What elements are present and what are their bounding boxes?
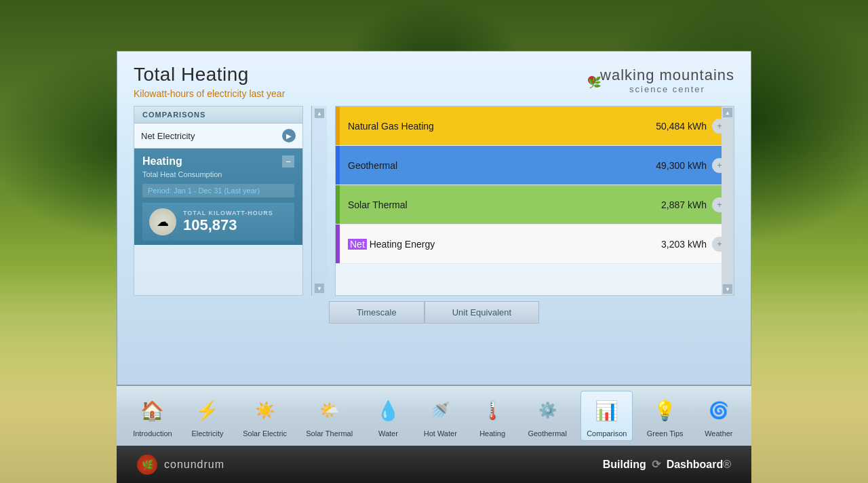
- comparisons-header: COMPARISONS: [134, 107, 302, 123]
- natural-gas-label: Natural Gas Heating: [340, 121, 644, 132]
- right-scroll[interactable]: ▲ ▼: [722, 107, 734, 295]
- nav-solar-thermal-label: Solar Thermal: [306, 429, 353, 438]
- nav-electricity-label: Electricity: [191, 429, 223, 438]
- heating-item[interactable]: Heating − Total Heat Consumption Period:…: [134, 149, 302, 245]
- nav-hot-water[interactable]: 🚿 Hot Water: [418, 391, 462, 440]
- water-icon: 💧: [372, 394, 404, 427]
- heating-period: Period: Jan 1 - Dec 31 (Last year): [142, 184, 294, 197]
- heating-collapse-button[interactable]: −: [282, 155, 294, 168]
- page-title: Total Heating: [134, 64, 285, 85]
- footer: 🌿 conundrum Building ⟳ Dashboard®: [117, 446, 751, 483]
- heating-item-subtitle: Total Heat Consumption: [142, 170, 294, 178]
- geothermal-value: 49,300 kWh: [644, 160, 712, 171]
- right-scroll-down[interactable]: ▼: [723, 284, 732, 294]
- nav-weather-label: Weather: [705, 429, 732, 438]
- net-electricity-row[interactable]: Net Electricity ▶: [134, 123, 302, 149]
- data-panel: Natural Gas Heating 50,484 kWh + Geother…: [335, 106, 734, 296]
- nav-bar: 🏠 Introduction ⚡ Electricity ☀️ Solar El…: [117, 385, 751, 446]
- natural-gas-value: 50,484 kWh: [644, 121, 712, 132]
- solar-electric-icon: ☀️: [249, 394, 281, 427]
- nav-heating[interactable]: 🌡️ Heating: [471, 391, 514, 440]
- geothermal-label: Geothermal: [340, 160, 644, 171]
- logo-text-sub: science center: [600, 84, 734, 94]
- comparisons-label: COMPARISONS: [142, 111, 205, 119]
- comparisons-panel: COMPARISONS Net Electricity ▶ Heating − …: [134, 106, 303, 296]
- solar-thermal-icon: 🌤️: [313, 394, 346, 427]
- heating-icon: 🌡️: [476, 394, 509, 427]
- kwh-label: TOTAL KILOWATT-HOURS: [183, 210, 273, 216]
- nav-geothermal[interactable]: ⚙️ Geothermal: [522, 391, 572, 440]
- footer-logo-icon: 🌿: [137, 455, 157, 475]
- kwh-icon: ☁: [149, 208, 176, 235]
- heating-item-title: Heating: [142, 155, 182, 168]
- natural-gas-row: Natural Gas Heating 50,484 kWh +: [336, 107, 734, 146]
- net-value: 3,203 kWh: [644, 239, 712, 250]
- solar-label: Solar Thermal: [340, 199, 644, 210]
- nav-weather[interactable]: 🌀 Weather: [697, 391, 741, 440]
- footer-dashboard-label: Dashboard: [667, 459, 724, 470]
- nav-hot-water-label: Hot Water: [424, 429, 457, 438]
- hot-water-icon: 🚿: [424, 394, 456, 427]
- electricity-icon: ⚡: [191, 394, 224, 427]
- nav-geothermal-label: Geothermal: [528, 429, 566, 438]
- nav-comparison-label: Comparison: [587, 429, 627, 438]
- nav-heating-label: Heating: [479, 429, 505, 438]
- bottom-tabs: Timescale Unit Equivalent: [117, 301, 751, 324]
- footer-brand-block: 🌿 conundrum: [137, 455, 224, 475]
- scroll-up-arrow[interactable]: ▲: [315, 109, 324, 118]
- nav-solar-thermal[interactable]: 🌤️ Solar Thermal: [300, 391, 358, 440]
- nav-electricity[interactable]: ⚡ Electricity: [186, 391, 229, 440]
- introduction-icon: 🏠: [136, 394, 169, 427]
- logo: 🌿 walking mountains science center: [588, 66, 734, 94]
- scroll-down-arrow[interactable]: ▼: [315, 284, 324, 293]
- footer-dashboard: Building ⟳ Dashboard®: [603, 458, 731, 471]
- solar-value: 2,887 kWh: [644, 199, 712, 210]
- nav-introduction-label: Introduction: [133, 429, 172, 438]
- net-row: Net Heating Energy 3,203 kWh +: [336, 225, 734, 264]
- geothermal-icon: ⚙️: [531, 394, 564, 427]
- nav-water-label: Water: [378, 429, 398, 438]
- kwh-value: 105,873: [183, 216, 273, 234]
- left-scroll[interactable]: ▲ ▼: [311, 106, 327, 296]
- solar-row: Solar Thermal 2,887 kWh +: [336, 185, 734, 225]
- footer-brand-name: conundrum: [164, 459, 224, 471]
- nav-solar-electric-label: Solar Electric: [243, 429, 287, 438]
- geothermal-row: Geothermal 49,300 kWh +: [336, 146, 734, 185]
- page-subtitle: Kilowatt-hours of electricity last year: [134, 88, 285, 99]
- unit-equivalent-tab[interactable]: Unit Equivalent: [425, 301, 539, 324]
- net-electricity-label: Net Electricity: [141, 131, 195, 141]
- nav-introduction[interactable]: 🏠 Introduction: [127, 391, 177, 440]
- net-electricity-arrow[interactable]: ▶: [282, 129, 296, 142]
- timescale-tab[interactable]: Timescale: [329, 301, 425, 324]
- nav-green-tips[interactable]: 💡 Green Tips: [642, 391, 689, 440]
- comparison-icon: 📊: [591, 394, 623, 427]
- nav-comparison[interactable]: 📊 Comparison: [580, 391, 633, 441]
- nav-solar-electric[interactable]: ☀️ Solar Electric: [237, 391, 292, 440]
- weather-icon: 🌀: [703, 394, 735, 427]
- logo-text-main: walking mountains: [600, 66, 734, 84]
- net-label: Net Heating Energy: [340, 239, 644, 250]
- nav-green-tips-label: Green Tips: [647, 429, 684, 438]
- logo-icon: 🌿: [588, 76, 596, 84]
- nav-water[interactable]: 💧 Water: [366, 391, 410, 440]
- right-scroll-up[interactable]: ▲: [723, 108, 732, 117]
- footer-building: Building: [603, 459, 646, 470]
- heating-kwh-block: ☁ TOTAL KILOWATT-HOURS 105,873: [142, 203, 294, 241]
- green-tips-icon: 💡: [649, 394, 682, 427]
